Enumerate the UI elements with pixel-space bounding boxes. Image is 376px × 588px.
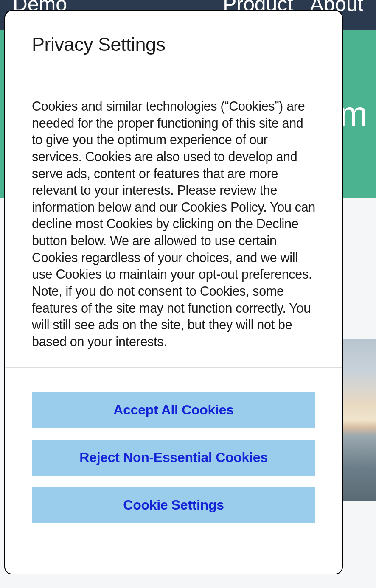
accept-all-cookies-button[interactable]: Accept All Cookies: [32, 392, 315, 428]
modal-header: Privacy Settings: [5, 11, 342, 75]
modal-body: Cookies and similar technologies (“Cooki…: [5, 75, 342, 368]
nav-item-product[interactable]: Product: [223, 0, 293, 8]
hero-text-partial: m: [339, 95, 368, 134]
modal-description: Cookies and similar technologies (“Cooki…: [32, 98, 315, 350]
hero-image: [338, 339, 376, 501]
brand-logo[interactable]: Demo: [13, 0, 67, 8]
nav-item-about[interactable]: About: [310, 0, 363, 8]
privacy-modal: Privacy Settings Cookies and similar tec…: [4, 10, 343, 574]
cookie-settings-button[interactable]: Cookie Settings: [32, 487, 315, 523]
reject-non-essential-cookies-button[interactable]: Reject Non-Essential Cookies: [32, 440, 315, 476]
modal-footer: Accept All Cookies Reject Non-Essential …: [5, 368, 342, 536]
nav-links: Product About: [223, 0, 363, 8]
modal-title: Privacy Settings: [32, 34, 315, 56]
